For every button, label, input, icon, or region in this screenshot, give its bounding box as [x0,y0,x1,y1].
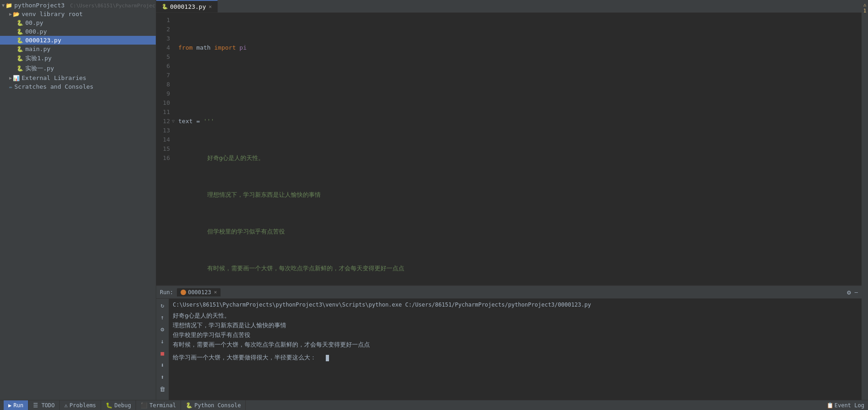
content-area: ▼ 📁 pythonProject3 C:\Users\86151\Pychar… [0,0,868,400]
project-folder-icon: 📁 [6,2,12,9]
libs-icon: 📊 [13,75,20,81]
problems-label: Problems [69,402,96,409]
sidebar-item-00py[interactable]: 🐍 00.py [0,18,156,27]
sidebar-item-mainpy[interactable]: 🐍 main.py [0,45,156,53]
sidebar-tree: ▼ 📁 pythonProject3 C:\Users\86151\Pychar… [0,0,156,400]
run-file-tab[interactable]: 0000123 ✕ [177,288,221,296]
code-content: from math import pi ▽ text = ''' [175,13,862,285]
code-editor[interactable]: 1 2 3 4 5 6 7 8 9 10 11 12 13 14 [156,13,862,285]
console-output[interactable]: C:\Users\86151\PycharmProjects\pythonPro… [169,299,862,400]
warning-indicator[interactable]: ⚠ [863,2,867,8]
gear-icon[interactable]: ⚙ [847,289,851,296]
chevron-down-icon: ▼ [2,3,5,8]
sidebar-item-scratches[interactable]: ✏️ Scratches and Consoles [0,82,156,91]
sidebar-item-project-root[interactable]: ▼ 📁 pythonProject3 C:\Users\86151\Pychar… [0,1,156,10]
sidebar: ▼ 📁 pythonProject3 C:\Users\86151\Pychar… [0,0,156,400]
scroll-down-icon[interactable]: ↓ [158,336,167,346]
0000123py-label: 0000123.py [25,37,61,44]
status-tab-problems[interactable]: ⚠ Problems [60,400,101,410]
python-console-label: Python Console [194,402,241,409]
000py-label: 000.py [25,28,47,35]
input-prompt-line: 给学习画一个大饼，大饼要做得很大，半径要这么大： [173,353,858,363]
status-bar: ▶ Run ☰ TODO ⚠ Problems 🐛 Debug ⬛ Termin… [0,400,868,410]
stop-icon[interactable]: ■ [158,348,167,358]
line-numbers: 1 2 3 4 5 6 7 8 9 10 11 12 13 14 [156,13,175,285]
editor-section: 🐍 0000123.py ✕ 1 2 3 4 5 6 7 [156,0,862,285]
run-file-name: 0000123 [188,289,211,296]
chevron-right-icon: ▶ [9,11,12,17]
code-line-3: ▽ text = ''' [178,117,862,126]
sidebar-item-external-libs[interactable]: ▶ 📊 External Libraries [0,74,156,82]
tab-py-icon: 🐍 [162,4,168,10]
run-tab-bar: Run: 0000123 ✕ ⚙ — [156,286,862,299]
sidebar-item-0000123py[interactable]: 🐍 0000123.py [0,36,156,45]
output-line-4: 有时候，需要画一个大饼，每次吃点学点新鲜的，才会每天变得更好一点点 [173,340,858,350]
py-file-icon-shiyany: 🐍 [17,65,23,72]
tab-0000123[interactable]: 🐍 0000123.py ✕ [156,0,218,12]
tab-label: 0000123.py [170,3,206,10]
editor-right-container: 🐍 0000123.py ✕ 1 2 3 4 5 6 7 [156,0,862,400]
sidebar-item-shiyanypy[interactable]: 🐍 实验一.py [0,63,156,74]
project-root-label: pythonProject3 C:\Users\86151\PycharmPro… [14,2,156,9]
venv-label: venv library root [22,11,83,17]
chevron-right-icon-ext: ▶ [9,75,12,80]
python-console-icon: 🐍 [186,402,193,409]
shiyanypy-label: 实验一.py [25,64,54,73]
code-line-1: from math import pi [178,43,862,52]
terminal-label: Terminal [149,402,176,409]
code-line-2 [178,80,862,89]
status-tab-run[interactable]: ▶ Run [4,400,28,410]
event-log-tab[interactable]: 📋 Event Log [827,402,864,409]
code-line-7: 有时候，需要画一个大饼，每次吃点学点新鲜的，才会每天变得更好一点点 [178,264,862,273]
event-log-icon: 📋 [827,402,834,409]
sidebar-item-shiyan1py[interactable]: 🐍 实验1.py [0,53,156,63]
debug-label: Debug [114,402,131,409]
status-right: 📋 Event Log [827,402,864,409]
00py-label: 00.py [25,19,43,26]
down-arrow-icon[interactable]: ⬇ [158,360,167,370]
trash-icon[interactable]: 🗑 [158,384,167,393]
scroll-up-icon[interactable]: ↑ [158,313,167,322]
sidebar-item-000py[interactable]: 🐍 000.py [0,27,156,36]
status-tab-debug[interactable]: 🐛 Debug [101,400,136,410]
status-tab-terminal[interactable]: ⬛ Terminal [136,400,181,410]
run-tab-icon: ▶ [8,402,11,409]
rerun-icon[interactable]: ↻ [158,301,167,310]
code-line-5: 理想情况下，学习新东西是让人愉快的事情 [178,190,862,199]
up-arrow-icon[interactable]: ⬆ [158,372,167,382]
problems-icon: ⚠ [64,402,68,409]
scratches-label: Scratches and Consoles [14,83,93,90]
run-close-icon[interactable]: ✕ [214,289,217,295]
event-log-label: Event Log [834,402,864,409]
run-tab-label: Run [13,402,23,409]
terminal-icon: ⬛ [141,402,148,409]
output-line-3: 但学校里的学习似乎有点苦役 [173,330,858,340]
status-tabs: ▶ Run ☰ TODO ⚠ Problems 🐛 Debug ⬛ Termin… [4,400,246,410]
status-tab-todo[interactable]: ☰ TODO [28,400,60,410]
run-panel: Run: 0000123 ✕ ⚙ — ↻ ↑ [156,285,862,400]
tab-close-icon[interactable]: ✕ [209,4,212,10]
external-libs-label: External Libraries [22,74,86,81]
run-label: Run: [160,289,173,296]
mainpy-label: main.py [25,46,51,52]
output-line-2: 理想情况下，学习新东西是让人愉快的事情 [173,321,858,330]
py-file-icon-shiyan1: 🐍 [17,55,23,62]
code-line-4: 好奇g心是人的天性。 [178,154,862,163]
status-tab-python-console[interactable]: 🐍 Python Console [181,400,246,410]
minimize-icon[interactable]: — [855,289,858,296]
console-container: ↻ ↑ ⚙ ↓ ■ ⬇ ⬆ 🗑 C:\Users\86151\PycharmPr… [156,299,862,400]
todo-label: ☰ TODO [33,402,55,409]
run-py-dot [181,290,186,295]
input-prompt-text: 给学习画一个大饼，大饼要做得很大，半径要这么大： [173,354,322,361]
run-settings-icon[interactable]: ⚙ — [847,289,858,296]
right-gutter: ⚠ 1 [862,0,868,400]
code-line-6: 但学校里的学习似乎有点苦役 [178,227,862,236]
py-file-icon-0000123: 🐍 [17,37,23,44]
settings-tool-icon[interactable]: ⚙ [158,325,167,334]
venv-folder-icon: 📂 [13,11,20,17]
sidebar-item-venv[interactable]: ▶ 📂 venv library root [0,10,156,18]
output-line-1: 好奇g心是人的天性。 [173,311,858,321]
py-file-icon-00: 🐍 [17,20,23,26]
debug-icon: 🐛 [106,402,113,409]
blank-line [173,349,858,353]
